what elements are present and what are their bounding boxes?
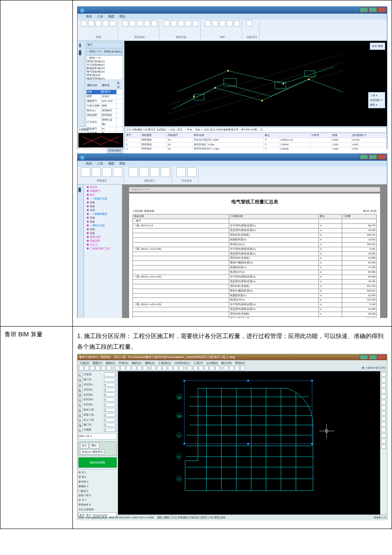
tree-node[interactable]: 照明灯具(电)(D) — [87, 60, 122, 63]
ribbon-button[interactable] — [110, 20, 116, 26]
ribbon-button[interactable] — [164, 20, 170, 26]
minimize-button[interactable] — [360, 154, 368, 159]
row-icon[interactable]: 其 — [78, 403, 83, 407]
toolbar-button[interactable] — [151, 366, 156, 370]
quantity-table[interactable]: 序号系统类型回路编号构件名称单位计算式数量超高数量(个)1照明系统N1安全出口指… — [125, 133, 386, 150]
panel-button[interactable]: 属性↓ — [89, 443, 99, 448]
tree-node[interactable]: ◆ 管线 — [85, 201, 121, 205]
view-mode-panel[interactable]: 二维 ▾动态观察 ▾俯视 ▾ — [368, 92, 385, 108]
list-item[interactable]: 板带梁 3 — [78, 480, 117, 484]
toolbar-button[interactable] — [187, 366, 192, 370]
tree-node[interactable]: ◆ 给排水 — [85, 185, 121, 189]
ribbon-button[interactable] — [88, 20, 94, 26]
minimize-button[interactable] — [360, 355, 368, 360]
combo-box[interactable]: ▾ — [104, 403, 117, 407]
toolbar-button[interactable] — [143, 366, 147, 370]
tree-node[interactable]: ◆ 智能消防 — [85, 239, 121, 243]
side-tool-button[interactable] — [381, 378, 386, 382]
table-row[interactable]: 2照明系统N1单管荧光灯 1×36w个1.000444.0006.000 — [125, 142, 386, 147]
ribbon-button[interactable] — [151, 20, 157, 26]
menu-item[interactable]: 编辑(E) — [132, 361, 141, 365]
list-item[interactable]: 门窗洞 5 — [78, 489, 117, 494]
list-item[interactable]: 短 柱 1 — [78, 470, 117, 475]
toolbar-button[interactable] — [179, 366, 184, 370]
ribbon-button[interactable] — [178, 20, 184, 26]
ribbon-button[interactable] — [139, 168, 149, 177]
view-mode-item[interactable]: 俯视 ▾ — [370, 103, 383, 107]
row-icon[interactable]: 多 — [78, 418, 83, 422]
menu-item[interactable]: 帮助 — [119, 14, 125, 19]
toolbar-button[interactable] — [240, 366, 245, 370]
ribbon-button[interactable] — [171, 20, 177, 26]
ribbon-button[interactable] — [150, 168, 159, 177]
row-icon[interactable]: 柱 — [78, 373, 83, 376]
ribbon-button[interactable] — [81, 20, 87, 26]
tree-node[interactable]: ◆ − 系统汇总表 — [85, 224, 121, 228]
combo-box[interactable]: ▾ — [104, 413, 117, 417]
list-item[interactable]: 室 外 7 — [78, 498, 117, 503]
ribbon-button[interactable] — [92, 168, 101, 177]
ribbon-button[interactable] — [219, 20, 225, 26]
menu-item[interactable]: 工具 — [97, 161, 103, 166]
ribbon-button[interactable] — [234, 20, 240, 26]
toolbar-button[interactable] — [115, 366, 120, 370]
drawing-canvas[interactable]: 恢复 隐藏 二维 ▾动态观察 ▾俯视 ▾ — [124, 41, 387, 126]
side-tool-button[interactable] — [381, 428, 386, 432]
list-item[interactable]: 零星构件 8 — [78, 503, 117, 507]
toolbar-button[interactable] — [224, 366, 228, 370]
report-toolbar[interactable]: |◀ ◀ ▶ ▶| 1 ▾ ⊕ — [129, 187, 380, 192]
combo-box[interactable]: ▾ — [104, 423, 117, 427]
list-item[interactable]: 自定义线性构 — [78, 507, 117, 512]
ribbon-button[interactable] — [113, 168, 122, 177]
toolbar-button[interactable] — [84, 366, 89, 370]
set-connector-button[interactable]: 设置连接件 — [107, 148, 123, 153]
toolbar-button[interactable] — [101, 366, 106, 370]
toolbar-button[interactable] — [199, 366, 203, 370]
table-row[interactable]: 1照明系统N1安全出口指示灯 140W个1.000(1)×128.00022.0… — [125, 138, 386, 142]
ribbon-button[interactable] — [130, 20, 135, 26]
list-item[interactable]: 楼梯段 4 — [78, 484, 117, 489]
ribbon-button[interactable] — [122, 20, 128, 26]
menu-item[interactable]: 工具 — [97, 14, 103, 19]
toolbar-button[interactable] — [95, 366, 100, 370]
menu-item[interactable]: 云功能(I) — [206, 361, 218, 365]
combo-box[interactable]: ▾ — [104, 428, 117, 432]
menu-item[interactable]: 工程量(Q) — [158, 361, 171, 365]
menu-item[interactable]: 视图 — [108, 161, 114, 166]
app-orb-icon[interactable] — [79, 7, 85, 13]
side-tool-button[interactable] — [381, 394, 386, 399]
tree-node[interactable]: ◆ 采暖燃气 — [85, 189, 121, 193]
ribbon-button[interactable] — [137, 20, 143, 26]
toolbar-button[interactable] — [79, 366, 84, 370]
combo-box[interactable] — [104, 378, 117, 382]
toolbar-button[interactable] — [162, 366, 167, 370]
tree-node[interactable]: 桥架(电)(W) — [87, 73, 122, 77]
list-item[interactable]: 梁 类 2 — [78, 475, 117, 480]
toolbar-button[interactable] — [121, 366, 125, 370]
panel-button[interactable]: 显示 — [80, 443, 89, 448]
display-control-label[interactable]: ▣ 土建构件显示控制 — [362, 366, 386, 370]
ribbon-button[interactable] — [205, 20, 211, 26]
toolbar-button[interactable] — [210, 366, 214, 370]
row-icon[interactable]: 零 — [78, 413, 83, 417]
tree-node[interactable]: 电气设备(电)(S) — [87, 70, 122, 73]
view-restore-bar[interactable]: 恢复 隐藏 — [370, 43, 385, 50]
side-tool-button[interactable] — [381, 433, 386, 438]
side-tool-button[interactable] — [381, 439, 386, 443]
table-row[interactable]: 3照明系统N1單管荧光防水灯 1×36w个1.000494.0000.000 — [125, 147, 386, 150]
command-bar[interactable]: 正交 对象捕捉 CAD图交叉 动态输入 × 交点 + 垂足 → 中点 ○ 顶点 … — [125, 127, 386, 133]
maximize-button[interactable] — [369, 7, 377, 12]
row-icon[interactable]: 施 — [78, 423, 83, 427]
drawing-canvas[interactable]: 11 10 9 F C — [118, 371, 380, 515]
menu-item[interactable]: 属性(A) — [145, 361, 155, 365]
component-list[interactable]: 短 柱 1梁 类 2板带梁 3楼梯段 4门窗洞 5基础工程 6室 外 7零星构件… — [78, 469, 117, 512]
side-tool-button[interactable] — [381, 372, 386, 377]
tree-node[interactable]: ◆ 管线 — [85, 216, 121, 220]
combo-box[interactable]: ▾ — [104, 408, 117, 412]
combo-box[interactable]: ▾ — [104, 418, 117, 422]
ribbon-button[interactable] — [246, 20, 252, 26]
ribbon-button[interactable] — [193, 20, 199, 26]
menu-item[interactable]: 共性(G) — [118, 361, 128, 365]
row-icon[interactable]: 基 — [78, 398, 83, 402]
combo-box[interactable] — [104, 373, 117, 376]
